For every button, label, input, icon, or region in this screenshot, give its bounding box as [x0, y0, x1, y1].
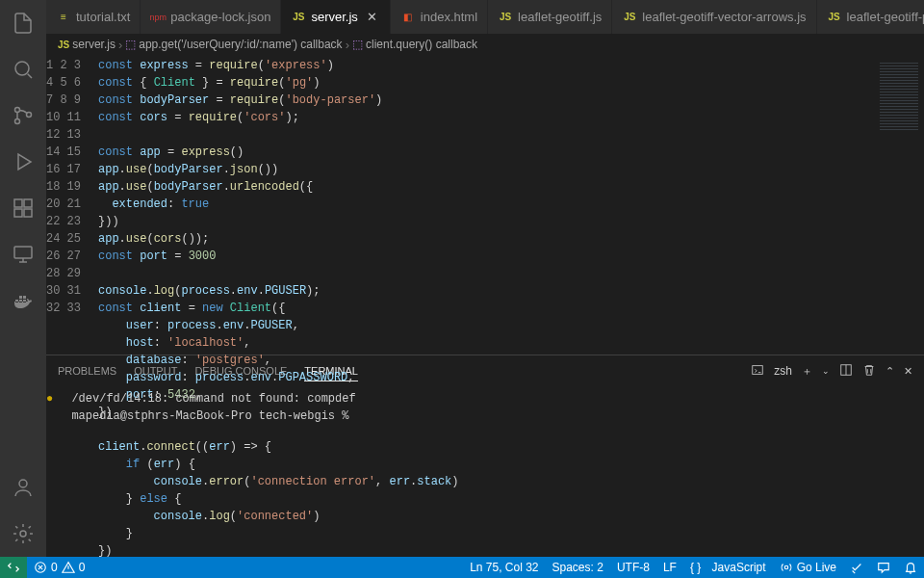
tab-leaflet-geotiff[interactable]: JSleaflet-geotiff.js [488, 0, 612, 34]
status-problems[interactable]: 0 0 [27, 557, 91, 578]
status-cursor[interactable]: Ln 75, Col 32 [463, 557, 545, 578]
check-icon [850, 561, 863, 574]
editor[interactable]: 1 2 3 4 5 6 7 8 9 10 11 12 13 14 15 16 1… [46, 55, 924, 355]
accounts-icon[interactable] [0, 464, 46, 511]
warning-icon [62, 561, 75, 574]
npm-icon: npm [150, 10, 166, 25]
js-icon: JS [827, 10, 842, 25]
run-debug-icon[interactable] [0, 139, 46, 185]
terminal[interactable]: ● /dev/fd/14:18: command not found: comp… [46, 386, 924, 557]
kill-terminal-icon[interactable] [862, 363, 876, 379]
breadcrumb-file[interactable]: server.js [72, 38, 116, 51]
settings-gear-icon[interactable] [0, 511, 46, 557]
shell-name[interactable]: zsh [774, 364, 792, 378]
file-icon: ≡ [56, 10, 71, 25]
remote-indicator[interactable] [0, 557, 27, 578]
new-terminal-icon[interactable]: ＋ [802, 364, 812, 379]
svg-rect-5 [24, 199, 32, 207]
terminal-output: /dev/fd/14:18: command not found: compde… [58, 392, 356, 423]
explorer-icon[interactable] [0, 0, 46, 46]
status-language[interactable]: { } JavaScript [683, 557, 773, 578]
remote-icon [7, 561, 20, 574]
tab-label: leaflet-geotiff-vector-arrows.js [642, 10, 806, 24]
error-icon [34, 561, 47, 574]
tab-label: package-lock.json [170, 10, 270, 24]
tab-label: leaflet-geotiff-plotty.js [847, 10, 924, 24]
breadcrumb[interactable]: JS server.js › ⬚ app.get('/userQuery/:id… [46, 34, 924, 55]
svg-point-10 [20, 531, 26, 537]
method-icon: ⬚ [352, 38, 363, 51]
warning-count: 0 [79, 561, 86, 574]
svg-point-9 [19, 480, 27, 487]
tab-label: tutorial.txt [76, 10, 130, 24]
minimap[interactable] [876, 55, 924, 355]
close-icon[interactable]: ✕ [365, 10, 380, 25]
status-go-live[interactable]: Go Live [773, 557, 843, 578]
breadcrumb-symbol[interactable]: client.query() callback [366, 38, 477, 51]
svg-rect-8 [14, 247, 32, 258]
tab-index-html[interactable]: ◧index.html [391, 0, 488, 34]
svg-rect-6 [14, 209, 22, 217]
error-count: 0 [51, 561, 58, 574]
tab-label: leaflet-geotiff.js [518, 10, 602, 24]
svg-rect-4 [14, 199, 22, 207]
chevron-right-icon: › [346, 38, 349, 52]
svg-rect-12 [753, 366, 763, 375]
status-prettier[interactable] [843, 557, 870, 578]
js-icon: JS [58, 39, 69, 50]
status-feedback[interactable] [870, 557, 897, 578]
editor-tab-bar: ≡tutorial.txt npmpackage-lock.json JSser… [46, 0, 924, 34]
status-eol[interactable]: LF [656, 557, 683, 578]
activity-bar [0, 0, 46, 557]
split-terminal-icon[interactable] [839, 363, 853, 379]
extensions-icon[interactable] [0, 185, 46, 231]
feedback-icon [877, 561, 890, 574]
maximize-panel-icon[interactable]: ⌃ [886, 365, 894, 378]
tab-label: index.html [421, 10, 477, 24]
tab-leaflet-plotty[interactable]: JSleaflet-geotiff-plotty.js [817, 0, 924, 34]
tab-server-js[interactable]: JSserver.js✕ [281, 0, 390, 34]
method-icon: ⬚ [125, 38, 136, 51]
svg-point-2 [15, 119, 20, 124]
launch-profile-icon[interactable] [751, 363, 764, 379]
close-panel-icon[interactable]: ✕ [904, 365, 912, 378]
warning-icon: ● [46, 390, 53, 407]
svg-rect-7 [24, 209, 32, 217]
status-bar: 0 0 Ln 75, Col 32 Spaces: 2 UTF-8 LF { }… [0, 557, 924, 578]
broadcast-icon [780, 561, 793, 574]
tab-leaflet-arrows[interactable]: JSleaflet-geotiff-vector-arrows.js [612, 0, 816, 34]
docker-icon[interactable] [0, 277, 46, 324]
bell-icon [904, 561, 917, 574]
tab-package-lock[interactable]: npmpackage-lock.json [141, 0, 281, 34]
source-control-icon[interactable] [0, 92, 46, 139]
chevron-right-icon: › [118, 38, 122, 52]
html-icon: ◧ [400, 10, 416, 25]
svg-point-0 [15, 62, 29, 75]
tab-label: server.js [311, 10, 357, 24]
js-icon: JS [622, 10, 637, 25]
js-icon: JS [498, 10, 513, 25]
remote-explorer-icon[interactable] [0, 231, 46, 277]
js-icon: JS [291, 10, 306, 25]
tab-tutorial[interactable]: ≡tutorial.txt [46, 0, 141, 34]
status-indent[interactable]: Spaces: 2 [546, 557, 610, 578]
code-area[interactable]: const express = require('express') const… [98, 55, 876, 355]
svg-point-1 [15, 108, 20, 113]
terminal-dropdown-icon[interactable]: ⌄ [822, 366, 830, 376]
status-bell[interactable] [897, 557, 924, 578]
line-gutter: 1 2 3 4 5 6 7 8 9 10 11 12 13 14 15 16 1… [46, 55, 98, 355]
status-encoding[interactable]: UTF-8 [610, 557, 656, 578]
breadcrumb-symbol[interactable]: app.get('/userQuery/:id/:name') callback [139, 38, 342, 51]
search-icon[interactable] [0, 46, 46, 92]
svg-point-15 [784, 565, 788, 569]
